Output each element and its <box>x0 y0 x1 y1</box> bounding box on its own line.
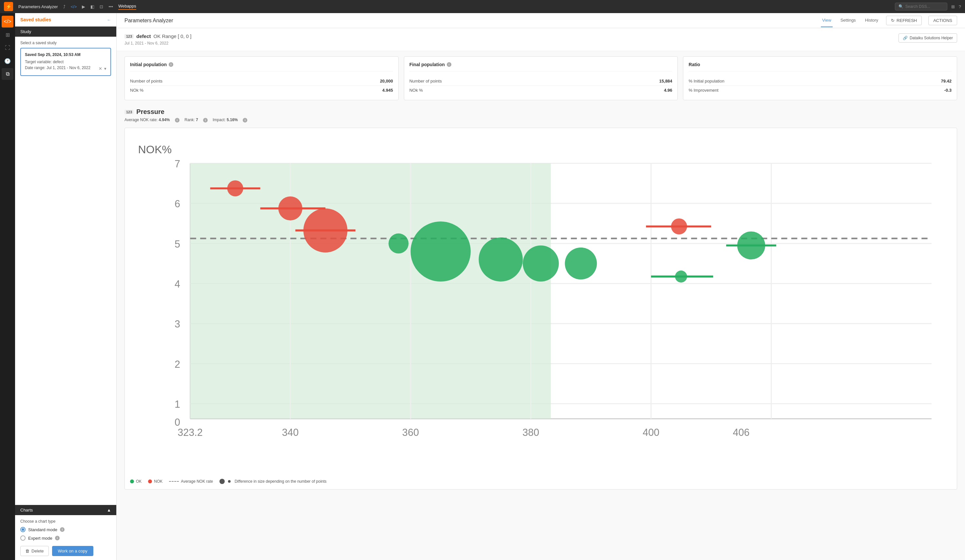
actions-button[interactable]: ACTIONS <box>928 16 957 25</box>
sidebar-back-icon[interactable]: ← <box>107 17 111 22</box>
initial-population-info-icon[interactable]: i <box>169 62 173 67</box>
final-pop-points-row: Number of points 15,884 <box>409 77 672 86</box>
nav-grid-item[interactable]: ⊞ <box>2 29 13 41</box>
expert-mode-radio-circle <box>20 536 26 541</box>
more-icon[interactable]: ••• <box>108 4 113 9</box>
chart-type-radio-group: Standard mode i Expert mode i <box>20 527 111 541</box>
legend-nok-label: NOK <box>154 479 162 484</box>
svg-text:3: 3 <box>175 318 180 330</box>
chart-rank-info-icon[interactable]: i <box>203 118 208 122</box>
study-card-date-range: Date range: Jul 1, 2021 - Nov 6, 2022 <box>25 65 90 70</box>
nav-code-item[interactable]: </> <box>2 16 13 28</box>
charts-content: Choose a chart type Standard mode i Expe… <box>15 515 116 560</box>
db-icon[interactable]: ◧ <box>90 4 94 9</box>
trash-icon: 🗑 <box>25 549 29 553</box>
legend-avg-nok-rate: Average NOK rate <box>169 479 213 484</box>
initial-nok-label: NOk % <box>130 88 144 93</box>
tab-history[interactable]: History <box>864 14 880 27</box>
code-icon[interactable]: </> <box>71 4 77 9</box>
legend-avg-label: Average NOK rate <box>181 479 213 484</box>
tab-settings[interactable]: Settings <box>839 14 857 27</box>
play-icon[interactable]: ▶ <box>82 4 85 9</box>
chart-meta: Average NOK rate: 4.94% i Rank: 7 i Impa… <box>124 118 957 122</box>
ratio-initial-pop-label: % Initial population <box>689 78 724 83</box>
content-page-title: Parameters Analyzer <box>124 18 173 24</box>
refresh-button[interactable]: ↻ REFRESH <box>886 16 922 25</box>
study-info-left: 123 defect OK Range [ 0, 0 ] Jul 1, 2021… <box>124 33 191 46</box>
delete-button[interactable]: 🗑 Delete <box>20 546 49 556</box>
sidebar: Saved studies ← Study Select a saved stu… <box>15 13 117 560</box>
nav-nodes-item[interactable]: ⛶ <box>2 42 13 54</box>
legend-ok: OK <box>130 479 142 484</box>
final-population-info-icon[interactable]: i <box>447 62 451 67</box>
study-ok-range: OK Range [ 0, 0 ] <box>154 33 191 39</box>
sidebar-content: Select a saved study Saved Sep 25, 2024,… <box>15 37 116 504</box>
tab-view[interactable]: View <box>821 14 833 27</box>
nav-clock-item[interactable]: 🕐 <box>2 55 13 67</box>
charts-collapse-icon[interactable]: ▲ <box>107 508 111 513</box>
standard-mode-info-icon[interactable]: i <box>60 527 65 532</box>
svg-text:400: 400 <box>643 427 659 438</box>
work-on-copy-button[interactable]: Work on a copy <box>52 546 93 556</box>
chart-impact-info-icon[interactable]: i <box>243 118 247 122</box>
select-study-label: Select a saved study <box>20 41 111 45</box>
content-nav: View Settings History ↻ REFRESH ACTIONS <box>821 14 957 27</box>
final-nok-row: NOk % 4.96 <box>409 86 672 95</box>
initial-nok-row: NOk % 4.945 <box>130 86 393 95</box>
chart-container: NOK% 7 6 5 4 3 2 <box>124 128 957 490</box>
search-input[interactable] <box>905 4 945 9</box>
final-population-card: Final population i Number of points 15,8… <box>404 56 678 100</box>
legend-nok: NOK <box>148 479 162 484</box>
expert-mode-radio[interactable]: Expert mode i <box>20 536 111 541</box>
study-card-close-icon[interactable]: ✕ <box>98 66 102 71</box>
study-card-date: Saved Sep 25, 2024, 10:53 AM <box>25 52 106 57</box>
study-target-label: defect <box>136 33 150 39</box>
chart-area: NOK% 7 6 5 4 3 2 <box>130 133 952 484</box>
ok-region <box>190 163 551 419</box>
study-card-target: Target variable: defect <box>25 60 106 64</box>
chart-avg-nok: Average NOK rate: 4.94% <box>124 118 170 122</box>
helper-icon: 🔗 <box>903 36 908 40</box>
chart-badge: 123 <box>124 110 134 114</box>
study-card[interactable]: Saved Sep 25, 2024, 10:53 AM Target vari… <box>20 48 111 76</box>
share-icon[interactable]: ⤴ <box>63 4 65 9</box>
chart-avg-nok-info-icon[interactable]: i <box>175 118 180 122</box>
final-points-label: Number of points <box>409 78 442 83</box>
chart-impact: Impact: 5.16% <box>213 118 238 122</box>
app-container: </> ⊞ ⛶ 🕐 ⧉ Saved studies ← Study Select… <box>0 13 965 560</box>
svg-text:5: 5 <box>175 238 180 250</box>
study-date-range: Jul 1, 2021 - Nov 6, 2022 <box>124 41 191 46</box>
study-card-expand-icon[interactable]: ▾ <box>104 66 106 71</box>
final-nok-value: 4.96 <box>664 88 672 93</box>
user-help-icon[interactable]: ? <box>959 4 961 9</box>
webapps-tab[interactable]: Webapps <box>118 3 136 10</box>
svg-text:323.2: 323.2 <box>178 427 203 438</box>
svg-text:406: 406 <box>733 427 749 438</box>
ok-bubble-2 <box>411 221 471 282</box>
y-axis-label: NOK% <box>138 144 172 155</box>
legend-ok-dot <box>130 480 134 483</box>
standard-mode-radio[interactable]: Standard mode i <box>20 527 111 532</box>
table-icon[interactable]: ⊡ <box>100 4 103 9</box>
refresh-icon: ↻ <box>891 18 895 23</box>
chart-header: 123 Pressure <box>124 108 957 116</box>
svg-text:2: 2 <box>175 359 180 370</box>
legend-nok-dot <box>148 480 152 483</box>
chart-title: Pressure <box>136 108 164 116</box>
initial-population-card: Initial population i Number of points 20… <box>124 56 399 100</box>
expert-mode-info-icon[interactable]: i <box>55 536 60 540</box>
svg-text:380: 380 <box>522 427 539 438</box>
solutions-helper-button[interactable]: 🔗 Dataiku Solutions Helper <box>898 33 957 42</box>
standard-mode-radio-circle <box>20 527 26 532</box>
grid-apps-icon[interactable]: ⊞ <box>951 4 955 9</box>
svg-text:360: 360 <box>402 427 419 438</box>
initial-points-label: Number of points <box>130 78 162 83</box>
study-title-row: 123 defect OK Range [ 0, 0 ] <box>124 33 191 39</box>
charts-header[interactable]: Charts ▲ <box>15 505 116 515</box>
topbar-right: 🔍 ⊞ ? <box>895 3 961 10</box>
nav-layers-item[interactable]: ⧉ <box>2 68 13 80</box>
topbar-search-box[interactable]: 🔍 <box>895 3 947 10</box>
svg-text:0: 0 <box>175 416 180 428</box>
ratio-card: Ratio % Initial population 79.42 % Impro… <box>683 56 957 100</box>
ok-bubble-3 <box>479 237 523 282</box>
